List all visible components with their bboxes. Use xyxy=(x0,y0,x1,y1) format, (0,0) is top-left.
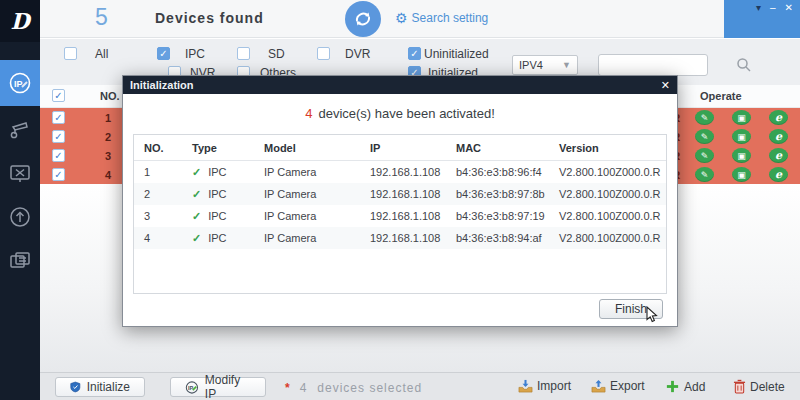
upgrade-arrow-icon xyxy=(7,204,33,230)
search-setting-label: Search setting xyxy=(412,11,489,25)
toolbox-icon xyxy=(7,160,33,186)
table-row: 2 ✓IPC IP Camera 192.168.1.108 b4:36:e3:… xyxy=(134,183,666,205)
add-button[interactable]: Add xyxy=(665,379,705,394)
activated-text: device(s) have been activated! xyxy=(318,106,494,121)
cell-version: V2.800.100Z000.0.R xyxy=(559,161,666,183)
activated-count: 4 xyxy=(305,106,312,121)
filter-dvr-label: DVR xyxy=(345,47,370,61)
details-icon[interactable]: ▣ xyxy=(732,148,751,163)
export-button[interactable]: Export xyxy=(591,379,645,393)
cell-no: 3 xyxy=(134,205,192,227)
selected-count: 4 xyxy=(300,381,308,395)
col-mac: MAC xyxy=(456,135,559,160)
minimize-icon[interactable]: – xyxy=(770,2,776,14)
filter-ipc-checkbox[interactable]: ✓ xyxy=(157,47,170,60)
select-all-checkbox[interactable]: ✓ xyxy=(52,89,65,102)
selection-status: * 4 devices selected xyxy=(285,381,422,395)
cell-mac: b4:36:e3:b8:97:19 xyxy=(456,205,559,227)
row-checkbox[interactable]: ✓ xyxy=(52,111,65,124)
col-version: Version xyxy=(559,135,666,160)
activated-devices-table: NO. Type Model IP MAC Version 1 ✓IPC IP … xyxy=(133,134,667,294)
cell-ip: 192.168.1.108 xyxy=(370,227,456,249)
details-icon[interactable]: ▣ xyxy=(732,167,751,182)
export-label: Export xyxy=(610,379,645,393)
row-number: 4 xyxy=(105,169,111,181)
row-checkbox[interactable]: ✓ xyxy=(52,130,65,143)
activation-message: 4device(s) have been activated! xyxy=(123,106,677,121)
filter-dvr-checkbox[interactable] xyxy=(317,47,330,60)
footer-toolbar: Initialize IP Modify IP * 4 devices sele… xyxy=(40,372,800,400)
window-menu-icon[interactable]: ▾ xyxy=(756,2,761,14)
web-browser-icon[interactable]: e xyxy=(769,129,788,144)
config-tool-window: D IP xyxy=(0,0,800,400)
search-setting-button[interactable]: ⚙ Search setting xyxy=(395,11,488,25)
plus-icon xyxy=(665,379,680,394)
cell-version: V2.800.100Z000.0.R xyxy=(559,183,666,205)
web-browser-icon[interactable]: e xyxy=(769,167,788,182)
sidebar-item-device-list[interactable] xyxy=(0,240,40,282)
delete-button[interactable]: Delete xyxy=(733,379,785,394)
gear-icon: ⚙ xyxy=(395,11,408,25)
cell-type: ✓IPC xyxy=(192,183,264,205)
row-number: 2 xyxy=(105,131,111,143)
export-icon xyxy=(591,379,606,393)
filter-sd-checkbox[interactable] xyxy=(237,47,250,60)
ip-edit-icon: IP xyxy=(7,70,33,96)
sidebar-item-modify-ip[interactable]: IP xyxy=(0,60,40,106)
success-check-icon: ✓ xyxy=(192,188,201,200)
ip-version-value: IPV4 xyxy=(519,59,543,71)
dialog-close-icon[interactable]: ✕ xyxy=(661,80,670,91)
page-title: Devices found xyxy=(155,10,264,26)
initialize-button[interactable]: Initialize xyxy=(55,377,145,397)
success-check-icon: ✓ xyxy=(192,232,201,244)
dialog-title: Initialization xyxy=(130,79,194,91)
edit-icon[interactable]: ✎ xyxy=(695,129,714,144)
details-icon[interactable]: ▣ xyxy=(732,129,751,144)
filter-all-label: All xyxy=(95,47,108,61)
sidebar-item-device-config[interactable] xyxy=(0,108,40,150)
trash-icon xyxy=(733,379,746,394)
sidebar-item-upgrade[interactable] xyxy=(0,196,40,238)
svg-text:IP: IP xyxy=(188,385,194,391)
cell-model: IP Camera xyxy=(264,183,370,205)
success-check-icon: ✓ xyxy=(192,166,201,178)
edit-icon[interactable]: ✎ xyxy=(695,110,714,125)
app-logo: D xyxy=(0,0,40,42)
initialize-label: Initialize xyxy=(87,380,130,394)
svg-text:IP: IP xyxy=(14,79,23,89)
search-icon xyxy=(736,57,752,73)
sidebar-item-system-tools[interactable] xyxy=(0,152,40,194)
row-checkbox[interactable]: ✓ xyxy=(52,168,65,181)
refresh-icon xyxy=(352,8,374,30)
column-no: NO. xyxy=(100,90,120,102)
cell-mac: b4:36:e3:b8:96:f4 xyxy=(456,161,559,183)
edit-icon[interactable]: ✎ xyxy=(695,167,714,182)
cell-type: ✓IPC xyxy=(192,205,264,227)
web-browser-icon[interactable]: e xyxy=(769,110,788,125)
filter-uninitialized-label: Uninitialized xyxy=(424,47,489,61)
edit-icon[interactable]: ✎ xyxy=(695,148,714,163)
filter-all-checkbox[interactable] xyxy=(64,47,77,60)
sidebar: D IP xyxy=(0,0,40,400)
refresh-button[interactable] xyxy=(345,1,381,37)
filter-ipc-label: IPC xyxy=(185,47,205,61)
cell-no: 1 xyxy=(134,161,192,183)
cell-version: V2.800.100Z000.0.R xyxy=(559,227,666,249)
cell-model: IP Camera xyxy=(264,161,370,183)
modify-ip-button[interactable]: IP Modify IP xyxy=(170,377,266,397)
device-count: 5 xyxy=(95,4,108,31)
search-input[interactable] xyxy=(598,54,708,76)
col-model: Model xyxy=(264,135,370,160)
row-number: 1 xyxy=(105,112,111,124)
web-browser-icon[interactable]: e xyxy=(769,148,788,163)
filter-uninitialized-checkbox[interactable]: ✓ xyxy=(408,47,421,60)
row-checkbox[interactable]: ✓ xyxy=(52,149,65,162)
header-bar: 5 Devices found ⚙ Search setting ▾ – ✕ xyxy=(40,0,800,38)
documents-icon xyxy=(7,248,33,274)
row-number: 3 xyxy=(105,150,111,162)
close-icon[interactable]: ✕ xyxy=(785,2,793,14)
details-icon[interactable]: ▣ xyxy=(732,110,751,125)
search-button[interactable] xyxy=(732,54,756,76)
ip-version-select[interactable]: IPV4 ▼ xyxy=(512,55,578,75)
import-button[interactable]: Import xyxy=(518,379,571,393)
